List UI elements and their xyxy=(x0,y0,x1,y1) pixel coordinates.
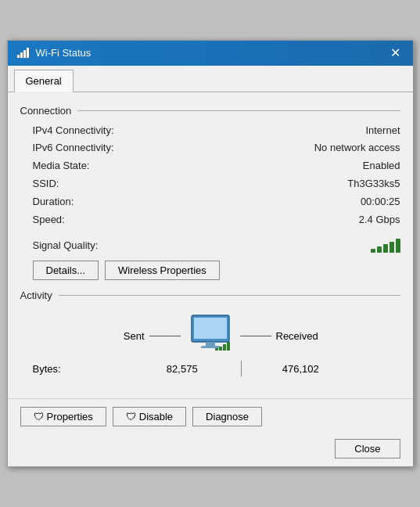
media-state-row: Media State: Enabled xyxy=(33,158,400,174)
connection-info-table: IPv4 Connectivity: Internet IPv6 Connect… xyxy=(20,123,400,228)
media-state-label: Media State: xyxy=(33,158,90,174)
ipv6-value: No network access xyxy=(314,140,400,156)
tab-general[interactable]: General xyxy=(14,70,74,92)
speed-row: Speed: 2.4 Gbps xyxy=(33,212,400,228)
shield-icon-properties: 🛡 xyxy=(34,411,44,422)
svg-rect-9 xyxy=(219,347,222,351)
ipv6-label: IPv6 Connectivity: xyxy=(33,140,114,156)
svg-rect-6 xyxy=(206,342,215,346)
svg-rect-7 xyxy=(201,346,220,348)
wifi-status-window: Wi-Fi Status ✕ General Connection IPv4 C… xyxy=(7,40,414,468)
svg-rect-10 xyxy=(223,344,226,351)
activity-divider xyxy=(59,295,400,296)
signal-bar-1 xyxy=(371,249,375,253)
connection-section-title: Connection xyxy=(20,105,72,117)
media-state-value: Enabled xyxy=(363,158,400,174)
svg-rect-8 xyxy=(215,348,218,351)
bytes-received-value: 476,102 xyxy=(245,363,357,375)
bytes-row: Bytes: 82,575 476,102 xyxy=(20,361,400,376)
signal-quality-label: Signal Quality: xyxy=(33,239,99,251)
received-line xyxy=(240,336,271,336)
connection-section-header: Connection xyxy=(20,105,400,117)
svg-rect-2 xyxy=(23,50,26,58)
duration-row: Duration: 00:00:25 xyxy=(33,194,400,210)
title-bar-text: Wi-Fi Status xyxy=(36,47,386,59)
title-bar: Wi-Fi Status ✕ xyxy=(8,41,413,66)
duration-label: Duration: xyxy=(33,194,74,210)
diagnose-button[interactable]: Diagnose xyxy=(192,407,262,426)
wifi-icon xyxy=(16,45,30,62)
close-button[interactable]: ✕ xyxy=(386,44,405,63)
footer-row: Close xyxy=(8,434,413,466)
section-divider xyxy=(77,110,400,111)
signal-bar-5 xyxy=(396,239,400,253)
ipv4-value: Internet xyxy=(365,123,400,139)
signal-bar-4 xyxy=(389,242,394,253)
tabs-bar: General xyxy=(8,66,413,92)
activity-section-header: Activity xyxy=(20,289,400,301)
received-label: Received xyxy=(276,330,388,342)
speed-label: Speed: xyxy=(33,212,65,228)
svg-rect-3 xyxy=(27,48,29,58)
svg-rect-1 xyxy=(20,52,23,58)
computer-icon-wrapper xyxy=(185,314,235,358)
signal-bar-2 xyxy=(377,246,382,253)
bottom-buttons-row: 🛡 Properties 🛡 Disable Diagnose xyxy=(8,398,413,434)
ipv4-row: IPv4 Connectivity: Internet xyxy=(33,123,400,139)
disable-label: Disable xyxy=(139,411,173,422)
svg-rect-5 xyxy=(194,318,227,339)
svg-rect-0 xyxy=(17,55,20,58)
properties-button[interactable]: 🛡 Properties xyxy=(20,407,106,426)
sent-label: Sent xyxy=(33,330,145,342)
activity-section: Activity Sent xyxy=(20,289,400,376)
signal-bar-3 xyxy=(383,244,388,253)
disable-button[interactable]: 🛡 Disable xyxy=(113,407,186,426)
activity-section-title: Activity xyxy=(20,289,52,301)
bytes-label: Bytes: xyxy=(33,363,80,375)
svg-rect-11 xyxy=(227,342,230,351)
duration-value: 00:00:25 xyxy=(361,194,400,210)
signal-quality-row: Signal Quality: xyxy=(20,237,400,253)
ipv4-label: IPv4 Connectivity: xyxy=(33,123,114,139)
wireless-properties-button[interactable]: Wireless Properties xyxy=(105,261,220,280)
signal-bars xyxy=(371,237,400,253)
properties-label: Properties xyxy=(47,411,93,422)
bytes-divider xyxy=(241,361,242,376)
ipv6-row: IPv6 Connectivity: No network access xyxy=(33,140,400,156)
computer-svg xyxy=(185,314,235,358)
speed-value: 2.4 Gbps xyxy=(359,212,400,228)
ssid-label: SSID: xyxy=(33,176,59,192)
sent-line xyxy=(149,336,181,336)
footer-close-button[interactable]: Close xyxy=(335,439,400,458)
bytes-sent-value: 82,575 xyxy=(127,363,239,375)
main-content: Connection IPv4 Connectivity: Internet I… xyxy=(8,92,413,396)
connection-buttons: Details... Wireless Properties xyxy=(20,261,400,280)
ssid-value: Th3G33ks5 xyxy=(347,176,400,192)
shield-icon-disable: 🛡 xyxy=(126,411,136,422)
ssid-row: SSID: Th3G33ks5 xyxy=(33,176,400,192)
details-button[interactable]: Details... xyxy=(33,261,99,280)
activity-visual: Sent xyxy=(20,307,400,361)
